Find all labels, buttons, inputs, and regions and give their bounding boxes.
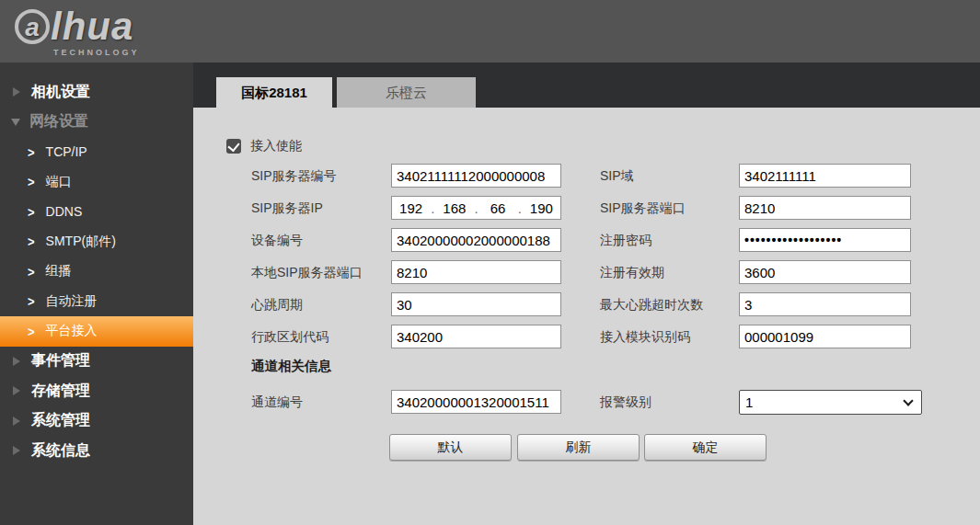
access-module-id-label: 接入模块识别码 <box>600 325 690 348</box>
sidebar-item-storage-management[interactable]: 存储管理 <box>0 376 193 406</box>
admin-region-code-input[interactable] <box>391 325 561 348</box>
sidebar-item-label: 端口 <box>46 174 72 190</box>
sidebar-item-label: SMTP(邮件) <box>46 234 116 250</box>
chevron-right-icon: > <box>28 144 35 160</box>
enable-label: 接入使能 <box>250 138 302 154</box>
triangle-right-icon <box>13 357 20 366</box>
max-heartbeat-timeout-label: 最大心跳超时次数 <box>600 292 703 316</box>
ip-octet-4[interactable]: 190 <box>523 200 560 216</box>
dahua-logo: alhua <box>15 6 133 48</box>
sip-server-port-label: SIP服务器端口 <box>600 196 686 220</box>
sidebar-item-event-management[interactable]: 事件管理 <box>0 347 193 377</box>
sidebar-item-ddns[interactable]: > DDNS <box>0 197 193 227</box>
sip-server-id-input[interactable] <box>391 164 561 188</box>
sidebar-item-tcpip[interactable]: > TCP/IP <box>0 137 193 167</box>
sip-server-ip-input[interactable]: 192 . 168 . 66 . 190 <box>391 196 561 220</box>
chevron-right-icon: > <box>28 264 35 280</box>
heartbeat-period-input[interactable] <box>391 292 561 316</box>
triangle-down-icon <box>11 119 20 126</box>
chevron-right-icon: > <box>28 174 35 189</box>
sidebar-item-label: TCP/IP <box>46 144 87 159</box>
triangle-right-icon <box>13 446 20 455</box>
tab-gb28181[interactable]: 国标28181 <box>216 77 332 108</box>
admin-region-code-label: 行政区划代码 <box>251 325 329 348</box>
enable-checkbox[interactable] <box>226 139 241 154</box>
logo-text: lhua <box>51 6 133 48</box>
sidebar-item-label: 平台接入 <box>46 323 98 339</box>
device-id-label: 设备编号 <box>251 228 303 252</box>
tab-lechengyun[interactable]: 乐橙云 <box>337 77 476 108</box>
heartbeat-period-label: 心跳周期 <box>251 292 303 316</box>
sidebar-item-camera-settings[interactable]: 相机设置 <box>0 77 193 108</box>
sidebar-item-label: 系统信息 <box>31 441 90 461</box>
chevron-right-icon: > <box>28 204 35 220</box>
sip-server-port-input[interactable] <box>739 196 911 220</box>
ip-octet-1[interactable]: 192 <box>392 200 430 216</box>
sidebar-item-label: 组播 <box>46 263 72 280</box>
sidebar-item-label: 自动注册 <box>46 293 98 310</box>
chevron-right-icon: > <box>28 234 35 249</box>
sip-server-ip-label: SIP服务器IP <box>251 196 323 220</box>
sidebar-item-multicast[interactable]: > 组播 <box>0 257 193 287</box>
sidebar-item-label: 网络设置 <box>29 112 88 131</box>
register-validity-label: 注册有效期 <box>600 260 664 284</box>
register-password-label: 注册密码 <box>600 228 651 252</box>
access-module-id-input[interactable] <box>739 325 911 348</box>
channel-info-section-title: 通道相关信息 <box>251 358 331 375</box>
enable-row: 接入使能 <box>226 138 302 154</box>
sidebar-item-system-management[interactable]: 系统管理 <box>0 406 193 437</box>
channel-id-input[interactable] <box>391 390 561 414</box>
app-header: alhua TECHNOLOGY <box>0 0 980 63</box>
sidebar-item-label: 系统管理 <box>31 411 90 430</box>
register-password-input[interactable] <box>739 228 911 252</box>
platform-access-panel: 接入使能 SIP服务器编号 SIP域 SIP服务器IP 192 . 168 . … <box>193 108 980 525</box>
default-button[interactable]: 默认 <box>389 434 512 461</box>
alarm-level-value: 1 <box>740 394 905 410</box>
logo-tagline: TECHNOLOGY <box>53 48 140 57</box>
channel-id-label: 通道编号 <box>251 390 303 414</box>
local-sip-port-label: 本地SIP服务器端口 <box>251 260 363 284</box>
alarm-level-select[interactable]: 1 <box>739 390 922 415</box>
sidebar-item-label: 事件管理 <box>31 351 90 371</box>
chevron-right-icon: > <box>28 293 35 309</box>
triangle-right-icon <box>13 417 20 426</box>
register-validity-input[interactable] <box>739 260 911 284</box>
local-sip-port-input[interactable] <box>391 260 561 284</box>
sidebar-item-auto-register[interactable]: > 自动注册 <box>0 287 193 317</box>
sidebar-nav: 相机设置 网络设置 > TCP/IP > 端口 > DDNS > SMTP(邮件… <box>0 63 193 525</box>
chevron-right-icon: > <box>28 324 35 339</box>
alarm-level-label: 报警级别 <box>600 390 651 414</box>
triangle-right-icon <box>13 386 20 395</box>
sip-domain-label: SIP域 <box>600 164 634 188</box>
device-id-input[interactable] <box>391 228 561 252</box>
sidebar-item-system-info[interactable]: 系统信息 <box>0 436 193 466</box>
logo-a-circle-icon: a <box>15 9 50 44</box>
sidebar-item-label: DDNS <box>46 204 83 219</box>
ok-button[interactable]: 确定 <box>644 434 767 461</box>
chevron-down-icon <box>903 395 913 405</box>
sidebar-item-smtp[interactable]: > SMTP(邮件) <box>0 227 193 257</box>
sidebar-item-network-settings[interactable]: 网络设置 <box>0 108 193 138</box>
ip-octet-3[interactable]: 66 <box>479 200 517 216</box>
max-heartbeat-timeout-input[interactable] <box>739 292 911 316</box>
sidebar-item-port[interactable]: > 端口 <box>0 167 193 198</box>
ip-octet-2[interactable]: 168 <box>435 200 473 216</box>
sidebar-menu: 相机设置 网络设置 > TCP/IP > 端口 > DDNS > SMTP(邮件… <box>0 63 193 466</box>
sip-domain-input[interactable] <box>739 164 911 188</box>
sidebar-item-label: 存储管理 <box>31 382 90 401</box>
triangle-right-icon <box>13 87 20 97</box>
refresh-button[interactable]: 刷新 <box>517 434 640 461</box>
tab-bar: 国标28181 乐橙云 <box>193 63 980 108</box>
sip-server-id-label: SIP服务器编号 <box>251 164 337 188</box>
sidebar-item-platform-access[interactable]: > 平台接入 <box>0 316 193 347</box>
sidebar-item-label: 相机设置 <box>31 83 90 102</box>
